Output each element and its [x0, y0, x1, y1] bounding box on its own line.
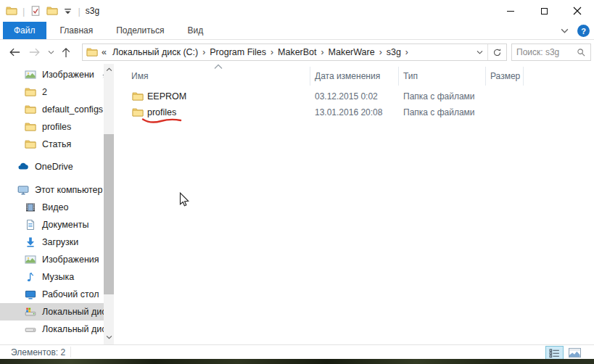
- properties-check-icon[interactable]: [30, 5, 41, 17]
- file-name: profiles: [147, 107, 176, 117]
- maximize-icon: [541, 8, 548, 15]
- back-button[interactable]: [4, 46, 25, 58]
- sidebar-item-label: Видео: [42, 202, 69, 212]
- tab-Файл[interactable]: Файл: [3, 22, 46, 39]
- refresh-icon: [492, 48, 502, 57]
- sidebar-item-Документы[interactable]: Документы: [0, 216, 104, 233]
- sidebar-item-Загрузки[interactable]: Загрузки: [0, 233, 104, 251]
- search-icon[interactable]: [577, 48, 586, 57]
- drive-icon: [25, 323, 36, 335]
- column-header-Тип[interactable]: Тип: [399, 67, 486, 86]
- tab-Поделиться[interactable]: Поделиться: [107, 22, 173, 39]
- history-chevron-icon: [48, 50, 54, 55]
- sidebar-gap: [0, 175, 116, 181]
- sidebar-gap: [0, 153, 116, 158]
- ribbon-collapse-icon[interactable]: [560, 26, 569, 36]
- titlebar-separator: |: [78, 6, 80, 17]
- status-divider: [70, 347, 71, 357]
- sidebar-item-Видео[interactable]: Видео: [0, 199, 104, 216]
- items-count: Элементов: 2: [11, 347, 65, 357]
- desktop-edge-strip: [0, 359, 594, 364]
- tab-Главная[interactable]: Главная: [51, 22, 103, 39]
- table-row[interactable]: EEPROM03.12.2015 0:02Папка с файлами: [127, 88, 594, 104]
- sidebar-item-label: Локальный дис: [42, 324, 104, 334]
- sidebar-item-Музыка[interactable]: Музыка: [0, 268, 104, 286]
- sidebar-item-2[interactable]: 2: [0, 83, 104, 101]
- close-button[interactable]: [561, 0, 594, 22]
- search-input[interactable]: [512, 47, 577, 57]
- sidebar-item-Изображения[interactable]: Изображения: [0, 251, 104, 268]
- sidebar-item-label: Рабочий стол: [42, 289, 99, 299]
- titlebar-separator: |: [22, 6, 25, 17]
- sidebar-item-default_configs[interactable]: default_configs: [0, 101, 104, 118]
- column-header-Дата изменения[interactable]: Дата изменения: [310, 67, 399, 86]
- breadcrumb-overflow[interactable]: «: [98, 47, 109, 57]
- file-type: Папка с файлами: [399, 91, 486, 102]
- thumbnails-view-button[interactable]: [566, 346, 584, 360]
- file-name-cell[interactable]: EEPROM: [127, 91, 310, 102]
- details-view-button[interactable]: [545, 346, 564, 360]
- refresh-button[interactable]: [487, 44, 506, 60]
- window-title: s3g: [86, 6, 99, 16]
- sidebar-item-Изображени[interactable]: Изображени: [0, 66, 104, 83]
- column-headers: ИмяДата измененияТипРазмер: [127, 67, 594, 86]
- forward-icon: [28, 46, 41, 58]
- picture-icon: [25, 69, 36, 80]
- ribbon-tabs: ФайлГлавнаяПоделитьсяВид: [0, 22, 213, 39]
- app-folder-icon: [6, 5, 17, 17]
- qat-customize-icon[interactable]: [63, 7, 73, 16]
- file-type: Папка с файлами: [399, 107, 486, 117]
- maximize-button[interactable]: [527, 0, 561, 22]
- navigation-pane: Изображени2default_configsprofilesСтатья…: [0, 64, 116, 344]
- address-dropdown-button[interactable]: [471, 44, 487, 60]
- sidebar-item-label: Изображения: [42, 255, 99, 265]
- help-button[interactable]: ?: [577, 25, 590, 37]
- breadcrumb-segment[interactable]: s3g: [383, 47, 405, 57]
- sidebar-item-Локальный дис[interactable]: Локальный дис: [0, 320, 104, 338]
- breadcrumb-segment[interactable]: MakerWare: [325, 47, 379, 57]
- address-bar[interactable]: « Локальный диск (C:)›Program Files›Make…: [82, 44, 507, 61]
- video-icon: [25, 202, 36, 213]
- column-header-Размер[interactable]: Размер: [486, 67, 524, 86]
- scroll-up-button[interactable]: [104, 65, 114, 75]
- content-area: Изображени2default_configsprofilesСтатья…: [0, 64, 594, 344]
- tab-Вид[interactable]: Вид: [178, 22, 213, 39]
- sidebar-item-Локальный дис[interactable]: Локальный дис: [0, 303, 104, 320]
- scroll-down-button[interactable]: [104, 332, 114, 342]
- sidebar-item-Этот компьютер[interactable]: Этот компьютер: [0, 181, 104, 199]
- details-view-icon: [548, 348, 561, 358]
- file-name-cell[interactable]: profiles: [127, 107, 310, 118]
- search-box[interactable]: [511, 44, 591, 61]
- scroll-up-icon: [106, 67, 112, 72]
- table-row[interactable]: profiles13.01.2016 20:08Папка с файлами: [127, 104, 594, 120]
- sidebar-item-OneDrive[interactable]: OneDrive: [0, 158, 104, 175]
- onedrive-icon: [17, 161, 29, 173]
- folder-icon: [25, 86, 36, 98]
- picture-icon: [25, 254, 36, 265]
- recent-locations-button[interactable]: [45, 50, 57, 55]
- sidebar-item-Рабочий стол[interactable]: Рабочий стол: [0, 286, 104, 303]
- titlebar: | | s3g: [0, 0, 594, 22]
- sort-ascending-icon[interactable]: [213, 64, 223, 70]
- breadcrumb: Локальный диск (C:)›Program Files›MakerB…: [109, 47, 409, 57]
- sidebar-scrollbar[interactable]: [104, 64, 114, 344]
- address-folder-icon: [86, 46, 98, 58]
- sidebar-item-label: default_configs: [42, 104, 103, 115]
- sidebar-item-label: OneDrive: [35, 162, 73, 172]
- breadcrumb-segment[interactable]: Program Files: [206, 47, 270, 57]
- new-folder-icon[interactable]: [46, 5, 58, 17]
- up-button[interactable]: [57, 46, 75, 59]
- status-bar: Элементов: 2: [0, 344, 594, 359]
- back-icon: [8, 46, 21, 58]
- close-icon: [573, 7, 582, 15]
- scrollbar-thumb[interactable]: [104, 134, 114, 294]
- forward-button[interactable]: [25, 46, 45, 58]
- sidebar-item-label: Музыка: [42, 272, 74, 282]
- scroll-down-icon: [106, 335, 112, 339]
- sidebar-item-profiles[interactable]: profiles: [0, 118, 104, 136]
- minimize-button[interactable]: [494, 0, 527, 22]
- breadcrumb-separator-icon[interactable]: ›: [405, 47, 409, 57]
- breadcrumb-segment[interactable]: Локальный диск (C:): [109, 47, 202, 57]
- sidebar-item-Статья[interactable]: Статья: [0, 136, 104, 153]
- breadcrumb-segment[interactable]: MakerBot: [274, 47, 321, 57]
